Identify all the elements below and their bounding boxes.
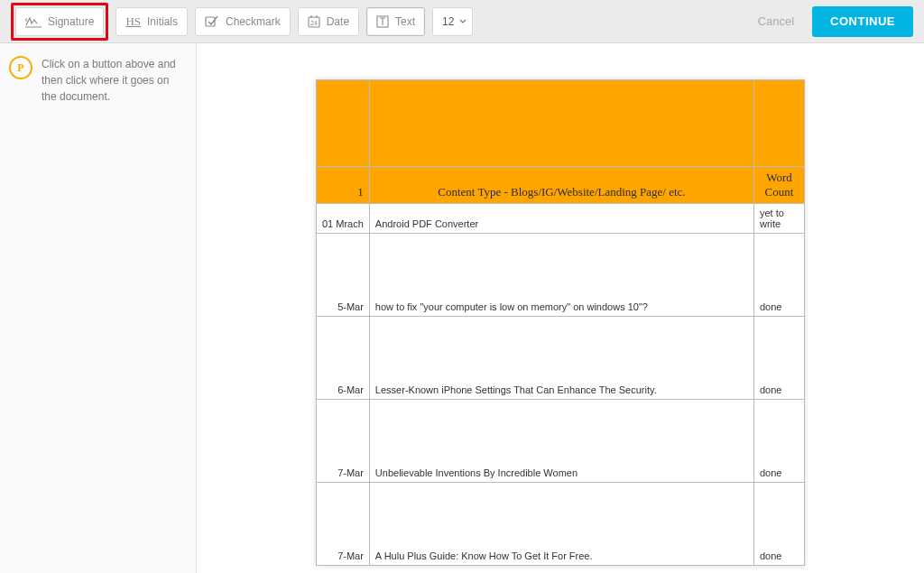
date-cell: 7-Mar (317, 483, 370, 566)
date-label: Date (327, 15, 349, 28)
initials-icon: HS (125, 14, 141, 29)
font-size-value: 12 (442, 15, 454, 28)
chevron-down-icon (459, 19, 467, 24)
table-row: 7-MarUnbelievable Inventions By Incredib… (317, 400, 805, 483)
checkmark-icon (205, 15, 219, 28)
date-cell: 7-Mar (317, 400, 370, 483)
status-cell: done (754, 400, 805, 483)
initials-label: Initials (147, 15, 178, 28)
date-cell: 6-Mar (317, 317, 370, 400)
instruction-text: Click on a button above and then click w… (42, 56, 187, 560)
table-row: 6-MarLesser-Known iPhone Settings That C… (317, 317, 805, 400)
content-cell: Unbelievable Inventions By Incredible Wo… (369, 400, 753, 483)
date-cell: 01 Mrach (317, 204, 370, 234)
table-row: 5-Marhow to fix "your computer is low on… (317, 234, 805, 317)
signature-icon: x (25, 15, 42, 28)
col-header-2: Content Type - Blogs/IG/Website/Landing … (369, 167, 753, 204)
document-table: 1 Content Type - Blogs/IG/Website/Landin… (316, 79, 805, 566)
checkmark-label: Checkmark (226, 15, 281, 28)
sidebar: P Click on a button above and then click… (0, 43, 197, 573)
continue-button[interactable]: CONTINUE (812, 6, 913, 37)
col-header-3: Word Count (754, 167, 805, 204)
signature-label: Signature (48, 15, 94, 28)
checkmark-button[interactable]: Checkmark (195, 7, 291, 36)
font-size-select[interactable]: 12 (432, 7, 473, 36)
header-spacer-2 (369, 80, 753, 167)
table-row: 01 MrachAndroid PDF Converteryet to writ… (317, 204, 805, 234)
svg-text:24: 24 (310, 20, 318, 26)
body: P Click on a button above and then click… (0, 43, 924, 573)
header-spacer-1 (317, 80, 370, 167)
table-row: 7-MarA Hulu Plus Guide: Know How To Get … (317, 483, 805, 566)
content-cell: A Hulu Plus Guide: Know How To Get It Fo… (369, 483, 753, 566)
status-cell: done (754, 234, 805, 317)
date-cell: 5-Mar (317, 234, 370, 317)
text-icon (376, 15, 389, 28)
date-icon: 24 (308, 15, 320, 28)
text-button[interactable]: Text (366, 7, 425, 36)
toolbar: x Signature HS Initials Checkmark 24 Dat… (0, 0, 924, 43)
col-header-1: 1 (317, 167, 370, 204)
cancel-button[interactable]: Cancel (747, 14, 805, 28)
content-cell: how to fix "your computer is low on memo… (369, 234, 753, 317)
content-cell: Android PDF Converter (369, 204, 753, 234)
status-cell: yet to write (754, 204, 805, 234)
document-area[interactable]: 1 Content Type - Blogs/IG/Website/Landin… (197, 43, 924, 573)
document-page[interactable]: 1 Content Type - Blogs/IG/Website/Landin… (316, 79, 805, 566)
text-label: Text (395, 15, 415, 28)
date-button[interactable]: 24 Date (298, 7, 359, 36)
signature-button[interactable]: x Signature (15, 7, 104, 36)
initials-button[interactable]: HS Initials (116, 7, 188, 36)
status-cell: done (754, 317, 805, 400)
content-cell: Lesser-Known iPhone Settings That Can En… (369, 317, 753, 400)
header-spacer-3 (754, 80, 805, 167)
hint-icon: P (9, 56, 32, 79)
status-cell: done (754, 483, 805, 566)
signature-highlight: x Signature (11, 3, 108, 41)
